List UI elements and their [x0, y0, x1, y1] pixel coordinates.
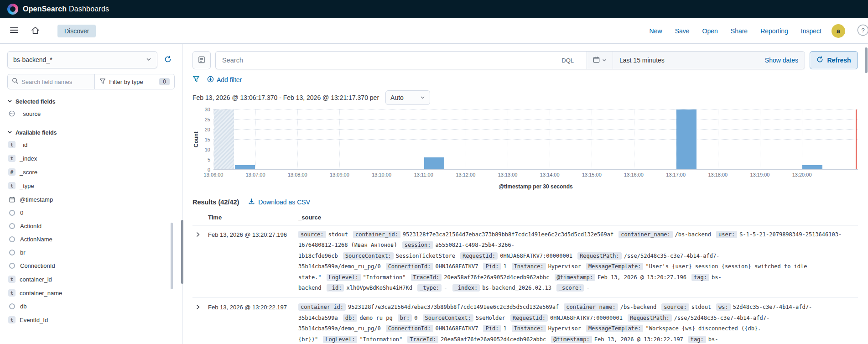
x-axis-tick-label: 13:07:00: [246, 172, 265, 177]
breadcrumb-discover[interactable]: Discover: [57, 25, 96, 37]
nav-links: NewSaveOpenShareReportingInspect: [650, 27, 821, 35]
field-item-br[interactable]: br: [7, 246, 175, 259]
y-gridline: [213, 149, 858, 149]
source-field-value: 9523128f7e3ca21564d7ebac373b89bb8f7cdc14…: [348, 304, 559, 310]
nav-link-reporting[interactable]: Reporting: [760, 27, 788, 35]
histogram-bar[interactable]: [802, 165, 822, 169]
field-item-_score[interactable]: #_score: [7, 165, 175, 179]
field-item-ConnectionId[interactable]: ConnectionId: [7, 259, 175, 272]
selected-fields-label: Selected fields: [16, 99, 56, 105]
chevron-right-icon: [195, 304, 201, 311]
help-button[interactable]: ?: [855, 23, 868, 39]
source-field-key: ConnectionId:: [386, 263, 433, 270]
opensearch-logo-icon[interactable]: [7, 4, 18, 15]
field-item-container_id[interactable]: tcontainer_id: [7, 272, 175, 286]
saved-queries-button[interactable]: [192, 51, 211, 69]
field-search-input[interactable]: [21, 78, 90, 85]
selected-fields-header[interactable]: Selected fields: [7, 99, 175, 105]
date-quick-select-button[interactable]: [587, 52, 613, 69]
field-search: [8, 74, 94, 89]
show-dates-button[interactable]: Show dates: [759, 57, 805, 64]
home-button[interactable]: [27, 23, 43, 39]
table-row: Feb 13, 2026 @ 13:20:27.196source:stdout…: [192, 225, 858, 298]
chevron-down-icon: [7, 99, 12, 105]
refresh-index-pattern-button[interactable]: [161, 53, 175, 67]
field-item-_id[interactable]: t_id: [7, 138, 175, 151]
field-type-unknown-icon: [9, 210, 15, 216]
filters-funnel-icon[interactable]: [192, 75, 200, 84]
x-axis-tick-label: 13:10:00: [372, 172, 391, 177]
chevron-down-icon: [420, 94, 425, 101]
results-count: Results (42/42): [192, 198, 239, 206]
source-field-key: _score:: [556, 284, 584, 292]
field-item-db[interactable]: db: [7, 300, 175, 313]
nav-link-new[interactable]: New: [650, 27, 662, 35]
time-range-value[interactable]: Last 15 minutes: [613, 57, 671, 64]
search-input[interactable]: [222, 57, 551, 64]
field-item-_source[interactable]: _source: [7, 107, 175, 120]
field-item-0[interactable]: 0: [7, 206, 175, 219]
column-header-time[interactable]: Time: [208, 214, 298, 221]
index-pattern-select[interactable]: bs-backend_*: [7, 51, 157, 68]
histogram-bar[interactable]: [214, 109, 234, 169]
histogram-bar[interactable]: [424, 157, 444, 169]
available-fields-header[interactable]: Available fields: [7, 130, 175, 136]
source-field-value: demo_ru_pg: [359, 315, 392, 321]
refresh-label: Refresh: [827, 57, 851, 64]
available-fields-list: t_idt_index#_scoret_type@timestamp0Actio…: [7, 138, 175, 327]
nav-link-inspect[interactable]: Inspect: [801, 27, 821, 35]
field-item-_index[interactable]: t_index: [7, 151, 175, 165]
source-field-value: SseHolder: [476, 315, 505, 321]
source-field-key: @timestamp:: [551, 336, 592, 343]
x-gridline: [466, 109, 466, 169]
field-label: EventId_Id: [20, 317, 48, 323]
y-gridline: [213, 159, 858, 159]
field-item-ActionId[interactable]: ActionId: [7, 219, 175, 233]
nav-link-open[interactable]: Open: [702, 27, 718, 35]
chart-header: Feb 13, 2026 @ 13:06:17.370 - Feb 13, 20…: [192, 90, 858, 105]
query-language-button[interactable]: DQL: [555, 57, 580, 64]
expand-row-button[interactable]: [192, 302, 208, 311]
source-field-key: RequestId:: [460, 252, 498, 260]
sidebar-scrollbar[interactable]: [171, 223, 173, 289]
histogram-bar[interactable]: [676, 109, 696, 169]
source-field-key: SourceContext:: [423, 314, 473, 322]
expand-row-button[interactable]: [192, 229, 208, 239]
field-item-ActionName[interactable]: ActionName: [7, 233, 175, 246]
user-avatar[interactable]: a: [832, 24, 845, 38]
source-field-value: 1: [503, 325, 506, 332]
interval-select[interactable]: Auto: [385, 90, 430, 105]
source-field-key: Pid:: [483, 263, 501, 270]
source-field-value: /bs-backend: [620, 304, 656, 310]
download-csv-link[interactable]: Download as CSV: [248, 198, 310, 206]
add-filter-link[interactable]: Add filter: [207, 76, 242, 84]
field-item-@timestamp[interactable]: @timestamp: [7, 193, 175, 206]
field-label: ConnectionId: [20, 262, 55, 269]
x-axis-label: @timestamp per 30 seconds: [213, 183, 858, 190]
column-header-source[interactable]: _source: [298, 214, 858, 221]
nav-link-save[interactable]: Save: [675, 27, 690, 35]
refresh-button[interactable]: Refresh: [810, 51, 858, 69]
source-field-value: bs-backend_2026.02.13: [482, 285, 551, 291]
x-axis-tick-label: 13:17:00: [666, 172, 686, 177]
source-field-key: ConnectionId:: [386, 325, 433, 332]
field-item-_type[interactable]: t_type: [7, 179, 175, 193]
menu-button[interactable]: [6, 23, 22, 39]
source-field-value: xlhOVpwBdKoShu4iH7Kd: [346, 285, 412, 291]
window-scrollbar[interactable]: [865, 47, 868, 73]
date-picker: Last 15 minutes Show dates: [587, 52, 805, 69]
x-axis-tick-label: 13:08:00: [288, 172, 307, 177]
source-field-key: LogLevel:: [323, 336, 357, 343]
field-item-container_name[interactable]: tcontainer_name: [7, 286, 175, 300]
field-label: container_id: [20, 276, 52, 283]
field-label: ActionName: [20, 236, 52, 243]
source-field-key: RequestPath:: [628, 314, 672, 322]
field-label: _source: [20, 110, 41, 117]
field-item-EventId_Id[interactable]: tEventId_Id: [7, 313, 175, 327]
histogram-bar[interactable]: [235, 165, 255, 169]
y-axis-tick-label: 20: [205, 127, 210, 132]
nav-link-share[interactable]: Share: [731, 27, 748, 35]
filter-by-type-button[interactable]: Filter by type 0: [94, 74, 174, 89]
source-field-key: @timestamp:: [555, 274, 595, 281]
histogram-plot[interactable]: [213, 109, 858, 170]
